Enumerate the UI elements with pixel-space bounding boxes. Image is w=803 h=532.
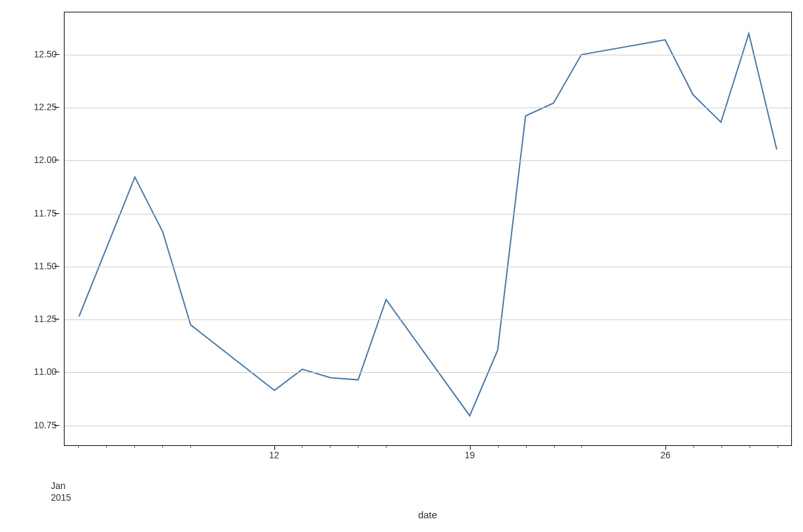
y-tick-label: 12.50 [34, 49, 57, 59]
x-tick-minor [106, 446, 107, 448]
x-tick-minor [581, 446, 582, 448]
x-axis-offset-label: Jan 2015 [51, 480, 71, 503]
x-tick-minor [358, 446, 358, 448]
x-tick-label: 12 [269, 450, 280, 460]
x-tick-minor [722, 446, 722, 448]
y-tick-label: 11.75 [34, 208, 57, 218]
gridline [65, 319, 791, 320]
x-tick-label: 19 [465, 450, 475, 460]
x-tick-minor [778, 446, 778, 448]
gridline [65, 160, 791, 161]
line-chart-svg [65, 12, 791, 445]
x-tick-minor [498, 446, 499, 448]
x-tick-minor [386, 446, 387, 448]
x-tick-minor [554, 446, 555, 448]
y-tick-label: 11.25 [34, 314, 57, 324]
gridline [65, 214, 791, 214]
gridline [65, 267, 791, 267]
x-tick-minor [134, 446, 135, 448]
x-tick-minor [694, 446, 694, 448]
x-tick-minor [190, 446, 191, 448]
y-tick-label: 12.00 [34, 155, 57, 165]
x-tick-minor [78, 446, 79, 448]
x-tick-minor [526, 446, 527, 448]
gridline [65, 108, 791, 108]
gridline [65, 55, 791, 55]
y-tick-label: 11.00 [34, 366, 57, 377]
y-tick-label: 10.75 [34, 420, 57, 430]
gridline [65, 426, 791, 426]
x-axis-label: date [418, 509, 437, 520]
x-tick-minor [330, 446, 330, 448]
x-tick-minor [162, 446, 163, 448]
gridline [65, 372, 791, 373]
x-tick-label: 26 [660, 450, 671, 460]
chart-container: Jan 2015 date 10.7511.0011.2511.5011.751… [64, 12, 792, 446]
y-tick-label: 11.50 [34, 261, 57, 271]
plot-area [64, 12, 792, 446]
x-tick-minor [302, 446, 302, 448]
x-tick-minor [750, 446, 750, 448]
y-tick-label: 12.25 [34, 102, 57, 112]
data-line [79, 33, 776, 415]
